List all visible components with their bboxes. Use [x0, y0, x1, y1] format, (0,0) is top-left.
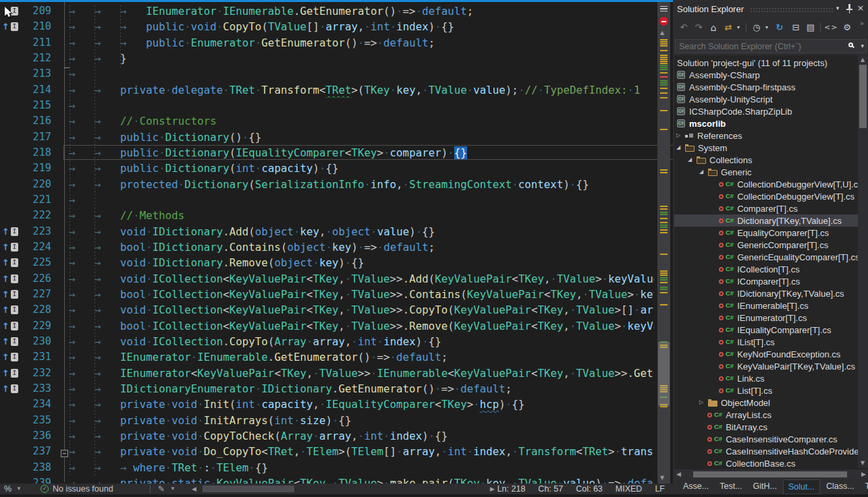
code-text[interactable]: → → private·void·Do_CopyTo<TRet,·TElem>(… [69, 444, 654, 459]
chevron-expanded-icon[interactable]: ◢ [699, 169, 708, 175]
chevron-collapsed-icon[interactable]: ▷ [676, 132, 685, 139]
search-icon[interactable] [848, 42, 853, 47]
line-number[interactable]: 213 [20, 66, 51, 82]
view-code-icon[interactable]: <> [824, 22, 838, 34]
reference-up-glyph-icon[interactable]: ↑ [2, 290, 9, 299]
zoom-caret-icon[interactable]: ▼ [16, 484, 22, 494]
chevron-expanded-icon[interactable]: ◢ [676, 144, 685, 151]
code-text[interactable]: → → } [69, 51, 654, 66]
sync-with-active-document-icon[interactable]: ⇄ [722, 22, 734, 34]
tree-item[interactable]: C#IList[T].cs [674, 336, 858, 348]
implementation-glyph-icon[interactable]: I [11, 258, 18, 267]
tree-item[interactable]: C#CaseInsensitiveComparer.cs [674, 433, 858, 445]
chevron-expanded-icon[interactable]: ◢ [688, 156, 697, 163]
tree-item[interactable]: C#BitArray.cs [674, 421, 858, 433]
tree-vertical-scrollbar[interactable]: ▲ ▼ [858, 55, 868, 468]
code-text[interactable]: → → bool·IDictionary.Contains(object·key… [69, 239, 654, 255]
code-text[interactable]: → → void·IDictionary.Add(object·key,·obj… [69, 224, 654, 239]
line-number[interactable]: 210 [20, 19, 51, 34]
code-text[interactable]: → → → IEnumerator·IEnumerable.GetEnumera… [69, 3, 654, 19]
code-text[interactable]: → → //·Constructors [69, 113, 654, 129]
tree-item[interactable]: ▷ObjectModel [674, 397, 858, 409]
tree-item[interactable]: C#mscorlib [674, 117, 858, 129]
tree-item[interactable]: C#CollectionDebuggerView[T,U].cs [674, 178, 858, 190]
tree-item[interactable]: ◢Collections [674, 154, 858, 166]
forward-icon[interactable]: ↷ [693, 22, 704, 34]
code-text[interactable]: → → private·void·Init(int·capacity,·IEqu… [69, 397, 654, 412]
tree-item[interactable]: C#Link.cs [674, 372, 858, 384]
fold-collapse-icon[interactable]: − [61, 450, 68, 457]
tree-item[interactable]: C#Assembly-UnityScript [674, 93, 858, 105]
refresh-icon[interactable]: ↻ [774, 22, 785, 34]
scrollbar-thumb[interactable] [859, 65, 867, 128]
tree-item[interactable]: C#ICSharpCode.SharpZipLib [674, 105, 858, 117]
tree-item[interactable]: C#IComparer[T].cs [674, 275, 858, 287]
back-icon[interactable]: ↶ [678, 22, 689, 34]
line-number[interactable]: 217 [20, 129, 51, 145]
scroll-down-icon[interactable]: ▼ [660, 475, 664, 481]
line-number[interactable]: 231 [20, 349, 51, 365]
line-number[interactable]: 232 [20, 366, 51, 381]
code-text[interactable]: → → IEnumerator·IEnumerable.GetEnumerato… [69, 349, 654, 365]
line-number[interactable]: 224 [20, 239, 51, 255]
tool-window-tab[interactable]: GitH... [749, 479, 782, 494]
reference-up-glyph-icon[interactable]: ↑ [2, 227, 9, 236]
tree-item[interactable]: C#KeyValuePair[TKey,TValue].cs [674, 360, 858, 372]
line-number[interactable]: 230 [20, 334, 51, 349]
scroll-up-icon[interactable]: ▲ [660, 30, 664, 36]
code-text[interactable]: → → → public·void·CopyTo(TValue[]·array,… [69, 19, 654, 34]
code-text[interactable]: → [69, 98, 654, 113]
code-cleanup-broom-icon[interactable]: ✎ [158, 484, 165, 494]
solution-node[interactable]: Solution 'project-gui' (11 of 11 project… [674, 57, 858, 69]
reference-up-glyph-icon[interactable]: ↑ [2, 274, 9, 283]
splitter-handle-icon[interactable] [660, 6, 668, 12]
code-text[interactable]: → → public·Dictionary(int·capacity)·{} [69, 160, 654, 176]
code-text[interactable]: → [69, 192, 654, 208]
line-number[interactable]: 229 [20, 318, 51, 334]
tree-item[interactable]: C#IEnumerable[T].cs [674, 299, 858, 312]
zoom-control[interactable]: % [4, 484, 11, 494]
home-icon[interactable]: ⌂ [708, 22, 719, 34]
show-all-files-icon[interactable]: ▤ [805, 22, 816, 34]
implementation-glyph-icon[interactable]: I [11, 337, 18, 346]
hscroll-right-icon[interactable]: ▶ [861, 470, 866, 479]
code-text[interactable]: → → IDictionaryEnumerator·IDictionary.Ge… [69, 381, 654, 397]
line-number[interactable]: 219 [20, 160, 51, 176]
search-caret-icon[interactable]: ▾ [861, 42, 864, 49]
tree-item[interactable]: C#IEnumerator[T].cs [674, 312, 858, 324]
line-number[interactable]: 215 [20, 98, 51, 113]
hscroll-left-icon[interactable]: ◀ [676, 470, 681, 479]
code-text[interactable]: → → private·delegate·TRet·Transform<TRet… [69, 82, 654, 98]
line-number[interactable]: 218 [20, 145, 51, 160]
collapse-all-icon[interactable]: ⊟ [790, 22, 801, 34]
code-text[interactable]: → → bool·ICollection<KeyValuePair<TKey,·… [69, 287, 654, 302]
line-number[interactable]: 227 [20, 287, 51, 302]
line-number[interactable]: 239 [20, 475, 51, 484]
tree-item[interactable]: C#CollectionDebuggerView[T].cs [674, 190, 858, 202]
tree-item[interactable]: C#CollectionBase.cs [674, 457, 858, 469]
hscroll-left-icon[interactable]: ◀ [192, 484, 196, 494]
reference-up-glyph-icon[interactable]: ↑ [2, 305, 9, 314]
reference-up-glyph-icon[interactable]: ↑ [2, 369, 9, 378]
hscroll-right-icon[interactable]: ▶ [490, 484, 495, 494]
implementation-glyph-icon[interactable]: I [11, 353, 18, 361]
code-text[interactable]: → → void·ICollection<KeyValuePair<TKey,·… [69, 302, 654, 318]
tree-item[interactable]: C#ArrayList.cs [674, 409, 858, 421]
line-number[interactable]: 235 [20, 413, 51, 428]
line-number[interactable]: 223 [20, 224, 51, 239]
line-number[interactable]: 236 [20, 428, 51, 444]
code-text[interactable]: → → private·void·CopyToCheck(Array·array… [69, 428, 654, 444]
cleanup-caret-icon[interactable]: ▼ [170, 484, 175, 494]
reference-up-glyph-icon[interactable]: ↑ [2, 353, 9, 361]
tree-item[interactable]: C#CaseInsensitiveHashCodeProvider.cs [674, 445, 858, 457]
tree-item[interactable]: C#Assembly-CSharp-firstpass [674, 81, 858, 93]
tree-item[interactable]: ◢Generic [674, 166, 858, 178]
tree-item[interactable]: C#IDictionary[TKey,TValue].cs [674, 287, 858, 299]
scroll-down-icon[interactable]: ▼ [861, 461, 865, 466]
line-number[interactable]: 212 [20, 51, 51, 66]
scroll-up-icon[interactable]: ▲ [861, 57, 865, 63]
code-text[interactable]: → → private·static·KeyValuePair<TKey,·TV… [69, 475, 654, 484]
pin-icon[interactable] [846, 4, 853, 13]
code-text[interactable]: → → public·Dictionary()·{} [69, 129, 654, 145]
tree-item[interactable]: C#IEqualityComparer[T].cs [674, 324, 858, 336]
